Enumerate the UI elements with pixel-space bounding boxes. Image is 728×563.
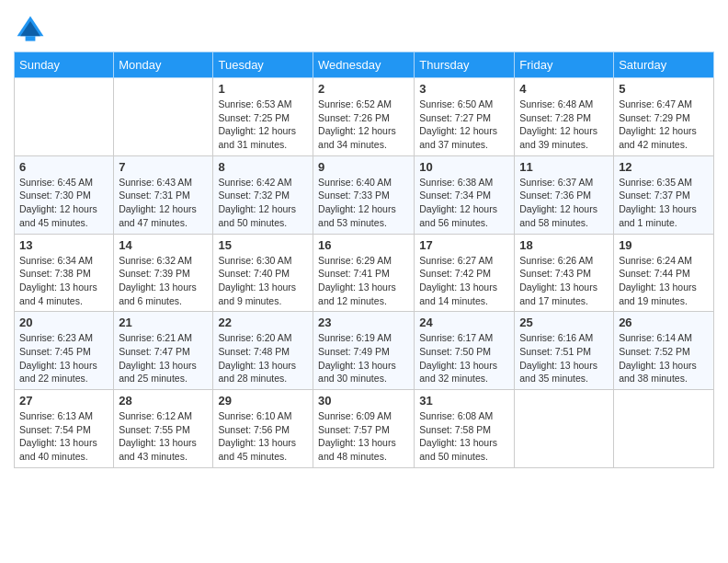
day-number: 4 bbox=[519, 82, 609, 96]
calendar-cell: 19Sunrise: 6:24 AM Sunset: 7:44 PM Dayli… bbox=[614, 234, 714, 312]
calendar-cell bbox=[614, 390, 714, 468]
calendar-header: SundayMondayTuesdayWednesdayThursdayFrid… bbox=[15, 52, 714, 78]
day-number: 30 bbox=[318, 394, 409, 408]
calendar-table: SundayMondayTuesdayWednesdayThursdayFrid… bbox=[14, 52, 714, 468]
calendar-cell: 4Sunrise: 6:48 AM Sunset: 7:28 PM Daylig… bbox=[515, 78, 614, 156]
column-header-friday: Friday bbox=[515, 52, 614, 78]
day-number: 13 bbox=[19, 238, 108, 252]
day-info: Sunrise: 6:50 AM Sunset: 7:27 PM Dayligh… bbox=[419, 98, 509, 152]
day-info: Sunrise: 6:10 AM Sunset: 7:56 PM Dayligh… bbox=[218, 409, 308, 464]
calendar-cell: 6Sunrise: 6:45 AM Sunset: 7:30 PM Daylig… bbox=[15, 155, 114, 234]
day-number: 19 bbox=[619, 238, 709, 252]
day-number: 18 bbox=[519, 238, 609, 252]
day-number: 21 bbox=[119, 316, 208, 329]
day-info: Sunrise: 6:19 AM Sunset: 7:49 PM Dayligh… bbox=[318, 331, 409, 385]
day-number: 1 bbox=[218, 82, 308, 96]
calendar-cell: 12Sunrise: 6:35 AM Sunset: 7:37 PM Dayli… bbox=[614, 155, 714, 234]
day-info: Sunrise: 6:42 AM Sunset: 7:32 PM Dayligh… bbox=[218, 176, 308, 230]
day-info: Sunrise: 6:40 AM Sunset: 7:33 PM Dayligh… bbox=[318, 176, 409, 230]
page: SundayMondayTuesdayWednesdayThursdayFrid… bbox=[0, 0, 728, 477]
day-number: 6 bbox=[19, 160, 108, 174]
day-info: Sunrise: 6:12 AM Sunset: 7:55 PM Dayligh… bbox=[119, 409, 208, 464]
header bbox=[14, 9, 714, 46]
day-number: 12 bbox=[619, 160, 709, 174]
calendar-cell: 24Sunrise: 6:17 AM Sunset: 7:50 PM Dayli… bbox=[415, 312, 515, 390]
calendar-cell bbox=[515, 390, 614, 468]
day-number: 23 bbox=[318, 316, 409, 329]
day-info: Sunrise: 6:45 AM Sunset: 7:30 PM Dayligh… bbox=[19, 176, 108, 230]
calendar-cell: 26Sunrise: 6:14 AM Sunset: 7:52 PM Dayli… bbox=[614, 312, 714, 390]
day-info: Sunrise: 6:43 AM Sunset: 7:31 PM Dayligh… bbox=[119, 176, 208, 230]
day-number: 17 bbox=[419, 238, 509, 252]
day-info: Sunrise: 6:32 AM Sunset: 7:39 PM Dayligh… bbox=[119, 254, 208, 308]
week-row-1: 1Sunrise: 6:53 AM Sunset: 7:25 PM Daylig… bbox=[15, 78, 714, 156]
day-info: Sunrise: 6:27 AM Sunset: 7:42 PM Dayligh… bbox=[419, 254, 509, 308]
day-info: Sunrise: 6:38 AM Sunset: 7:34 PM Dayligh… bbox=[419, 176, 509, 230]
day-number: 27 bbox=[19, 394, 108, 408]
calendar-body: 1Sunrise: 6:53 AM Sunset: 7:25 PM Daylig… bbox=[15, 78, 714, 468]
day-number: 15 bbox=[218, 238, 308, 252]
day-number: 26 bbox=[619, 316, 709, 329]
calendar-cell: 16Sunrise: 6:29 AM Sunset: 7:41 PM Dayli… bbox=[313, 234, 415, 312]
day-number: 22 bbox=[218, 316, 308, 329]
day-info: Sunrise: 6:48 AM Sunset: 7:28 PM Dayligh… bbox=[519, 98, 609, 152]
calendar-cell: 20Sunrise: 6:23 AM Sunset: 7:45 PM Dayli… bbox=[15, 312, 114, 390]
calendar-cell: 29Sunrise: 6:10 AM Sunset: 7:56 PM Dayli… bbox=[213, 390, 313, 468]
day-number: 25 bbox=[519, 316, 609, 329]
day-info: Sunrise: 6:21 AM Sunset: 7:47 PM Dayligh… bbox=[119, 331, 208, 385]
calendar-cell: 2Sunrise: 6:52 AM Sunset: 7:26 PM Daylig… bbox=[313, 78, 415, 156]
day-number: 29 bbox=[218, 394, 308, 408]
day-info: Sunrise: 6:17 AM Sunset: 7:50 PM Dayligh… bbox=[419, 331, 509, 385]
calendar-cell: 23Sunrise: 6:19 AM Sunset: 7:49 PM Dayli… bbox=[313, 312, 415, 390]
logo bbox=[14, 13, 51, 46]
calendar-cell: 11Sunrise: 6:37 AM Sunset: 7:36 PM Dayli… bbox=[515, 155, 614, 234]
day-info: Sunrise: 6:14 AM Sunset: 7:52 PM Dayligh… bbox=[619, 331, 709, 385]
day-info: Sunrise: 6:47 AM Sunset: 7:29 PM Dayligh… bbox=[619, 98, 709, 152]
day-number: 10 bbox=[419, 160, 509, 174]
calendar-cell: 8Sunrise: 6:42 AM Sunset: 7:32 PM Daylig… bbox=[213, 155, 313, 234]
column-header-monday: Monday bbox=[114, 52, 213, 78]
day-info: Sunrise: 6:37 AM Sunset: 7:36 PM Dayligh… bbox=[519, 176, 609, 230]
day-number: 8 bbox=[218, 160, 308, 174]
week-row-2: 6Sunrise: 6:45 AM Sunset: 7:30 PM Daylig… bbox=[15, 155, 714, 234]
day-info: Sunrise: 6:53 AM Sunset: 7:25 PM Dayligh… bbox=[218, 98, 308, 152]
svg-rect-3 bbox=[26, 36, 36, 40]
calendar-cell: 17Sunrise: 6:27 AM Sunset: 7:42 PM Dayli… bbox=[415, 234, 515, 312]
day-info: Sunrise: 6:52 AM Sunset: 7:26 PM Dayligh… bbox=[318, 98, 409, 152]
calendar-cell: 9Sunrise: 6:40 AM Sunset: 7:33 PM Daylig… bbox=[313, 155, 415, 234]
calendar-cell bbox=[114, 78, 213, 156]
calendar-cell: 21Sunrise: 6:21 AM Sunset: 7:47 PM Dayli… bbox=[114, 312, 213, 390]
calendar-cell: 14Sunrise: 6:32 AM Sunset: 7:39 PM Dayli… bbox=[114, 234, 213, 312]
day-info: Sunrise: 6:35 AM Sunset: 7:37 PM Dayligh… bbox=[619, 176, 709, 230]
day-number: 16 bbox=[318, 238, 409, 252]
day-number: 31 bbox=[419, 394, 509, 408]
day-number: 20 bbox=[19, 316, 108, 329]
day-number: 11 bbox=[519, 160, 609, 174]
day-info: Sunrise: 6:30 AM Sunset: 7:40 PM Dayligh… bbox=[218, 254, 308, 308]
day-number: 24 bbox=[419, 316, 509, 329]
calendar-cell: 10Sunrise: 6:38 AM Sunset: 7:34 PM Dayli… bbox=[415, 155, 515, 234]
calendar-cell: 15Sunrise: 6:30 AM Sunset: 7:40 PM Dayli… bbox=[213, 234, 313, 312]
day-info: Sunrise: 6:26 AM Sunset: 7:43 PM Dayligh… bbox=[519, 254, 609, 308]
column-header-tuesday: Tuesday bbox=[213, 52, 313, 78]
day-info: Sunrise: 6:20 AM Sunset: 7:48 PM Dayligh… bbox=[218, 331, 308, 385]
calendar-cell: 1Sunrise: 6:53 AM Sunset: 7:25 PM Daylig… bbox=[213, 78, 313, 156]
column-header-saturday: Saturday bbox=[614, 52, 714, 78]
week-row-3: 13Sunrise: 6:34 AM Sunset: 7:38 PM Dayli… bbox=[15, 234, 714, 312]
column-header-thursday: Thursday bbox=[415, 52, 515, 78]
calendar-cell: 30Sunrise: 6:09 AM Sunset: 7:57 PM Dayli… bbox=[313, 390, 415, 468]
day-info: Sunrise: 6:13 AM Sunset: 7:54 PM Dayligh… bbox=[19, 409, 108, 464]
calendar-cell: 13Sunrise: 6:34 AM Sunset: 7:38 PM Dayli… bbox=[15, 234, 114, 312]
day-info: Sunrise: 6:09 AM Sunset: 7:57 PM Dayligh… bbox=[318, 409, 409, 464]
column-header-wednesday: Wednesday bbox=[313, 52, 415, 78]
day-number: 9 bbox=[318, 160, 409, 174]
day-number: 14 bbox=[119, 238, 208, 252]
calendar-cell: 25Sunrise: 6:16 AM Sunset: 7:51 PM Dayli… bbox=[515, 312, 614, 390]
column-header-sunday: Sunday bbox=[15, 52, 114, 78]
day-number: 3 bbox=[419, 82, 509, 96]
day-info: Sunrise: 6:16 AM Sunset: 7:51 PM Dayligh… bbox=[519, 331, 609, 385]
day-info: Sunrise: 6:34 AM Sunset: 7:38 PM Dayligh… bbox=[19, 254, 108, 308]
day-info: Sunrise: 6:23 AM Sunset: 7:45 PM Dayligh… bbox=[19, 331, 108, 385]
calendar-cell bbox=[15, 78, 114, 156]
calendar-cell: 22Sunrise: 6:20 AM Sunset: 7:48 PM Dayli… bbox=[213, 312, 313, 390]
